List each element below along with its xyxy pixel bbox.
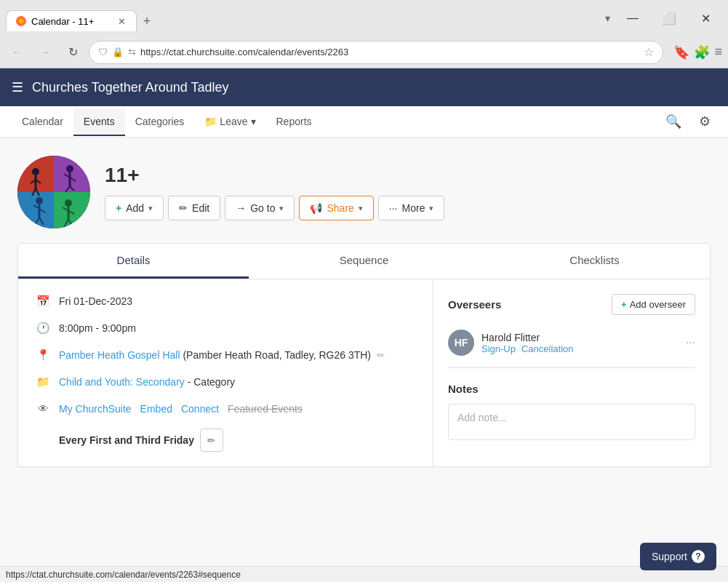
location-address: (Pamber Heath Road, Tadley, RG26 3TH) [183, 349, 371, 361]
ellipsis-icon: ··· [389, 202, 398, 214]
nav-item-leave[interactable]: 📁 Leave ▾ [194, 108, 265, 135]
details-left: 📅 Fri 01-Dec-2023 🕐 8:00pm - 9:00pm 📍 Pa… [18, 279, 433, 466]
tab-title: Calendar - 11+ [31, 16, 94, 27]
event-header: 11+ + Add ▾ ✏ Edit → Go to [17, 156, 711, 228]
window-controls: — ⬜ ✕ [616, 7, 722, 30]
more-button[interactable]: ··· More ▾ [378, 196, 445, 220]
recurrence-edit-button[interactable]: ✏ [200, 428, 223, 452]
event-title-area: 11+ + Add ▾ ✏ Edit → Go to [105, 164, 444, 220]
add-overseer-label: Add overseer [630, 299, 686, 310]
notes-title: Notes [448, 383, 479, 395]
menu-icon[interactable]: ≡ [714, 44, 722, 60]
nav-item-events[interactable]: Events [73, 108, 125, 136]
plus-overseer-icon: + [621, 299, 627, 310]
extensions-icon[interactable]: 🧩 [694, 44, 710, 60]
overseer-avatar: HF [448, 330, 474, 356]
restore-button[interactable]: ⬜ [652, 7, 686, 30]
tab-close-button[interactable]: ✕ [116, 15, 127, 27]
overseer-menu-icon[interactable]: ··· [686, 336, 695, 349]
tab-favicon [15, 15, 27, 27]
share-dropdown-arrow: ▾ [359, 204, 363, 213]
goto-dropdown-arrow: ▾ [279, 204, 284, 213]
notes-input[interactable]: Add note... [448, 404, 695, 440]
secondary-navigation: Calendar Events Categories 📁 Leave ▾ Rep… [0, 106, 728, 138]
content-tabs: Details Sequence Checklists [17, 243, 711, 279]
overseers-header: Overseers + Add overseer [448, 294, 695, 315]
category-link[interactable]: Child and Youth: Secondary [59, 376, 185, 388]
overseer-signup-link[interactable]: Sign-Up [481, 343, 516, 354]
overseer-info: Harold Flitter Sign-Up Cancellation [481, 332, 679, 354]
svg-point-2 [20, 20, 23, 23]
overseer-action-links: Sign-Up Cancellation [481, 343, 679, 354]
recurrence-row: Every First and Third Friday ✏ [36, 428, 415, 452]
add-button[interactable]: + Add ▾ [105, 196, 164, 220]
top-navigation: ☰ Churches Together Around Tadley [0, 68, 728, 106]
notes-header: Notes [448, 383, 695, 395]
new-tab-button[interactable]: + [137, 11, 157, 31]
back-button[interactable]: ← [6, 41, 29, 64]
hamburger-menu-icon[interactable]: ☰ [12, 79, 23, 95]
bookmark-toolbar-icon[interactable]: 🔖 [673, 44, 689, 60]
tab-details[interactable]: Details [18, 244, 249, 279]
arrow-right-icon: → [236, 202, 246, 214]
reload-button[interactable]: ↻ [61, 41, 84, 64]
nav-item-reports[interactable]: Reports [266, 108, 322, 135]
location-row: 📍 Pamber Heath Gospel Hall (Pamber Heath… [36, 348, 415, 363]
location-link[interactable]: Pamber Heath Gospel Hall [59, 349, 180, 361]
support-label: Support [652, 551, 687, 562]
tab-sequence[interactable]: Sequence [249, 244, 479, 279]
status-bar: https://ctat.churchsuite.com/calendar/ev… [0, 566, 728, 582]
event-logo [17, 156, 90, 228]
details-section: 📅 Fri 01-Dec-2023 🕐 8:00pm - 9:00pm 📍 Pa… [17, 279, 711, 467]
svg-rect-4 [54, 156, 90, 192]
connection-icon: ⇆ [128, 47, 136, 57]
overseer-name: Harold Flitter [481, 332, 679, 343]
details-right: Overseers + Add overseer HF Harold Flitt… [433, 279, 710, 466]
tab-bar: Calendar - 11+ ✕ + [6, 5, 157, 31]
search-button[interactable]: 🔍 [660, 111, 687, 132]
overseer-cancellation-link[interactable]: Cancellation [521, 343, 574, 354]
date-row: 📅 Fri 01-Dec-2023 [36, 294, 415, 309]
address-bar-row: ← → ↻ 🛡 🔒 ⇆ https://ctat.churchsuite.com… [0, 36, 728, 68]
address-bar[interactable]: 🛡 🔒 ⇆ https://ctat.churchsuite.com/calen… [89, 41, 663, 64]
close-button[interactable]: ✕ [689, 7, 722, 30]
bookmark-icon[interactable]: ☆ [644, 45, 654, 59]
nav-item-categories[interactable]: Categories [125, 108, 195, 135]
org-name: Churches Together Around Tadley [32, 80, 229, 95]
event-time: 8:00pm - 9:00pm [59, 321, 415, 336]
edit-button[interactable]: ✏ Edit [168, 196, 220, 220]
main-area: 11+ + Add ▾ ✏ Edit → Go to [0, 138, 728, 566]
add-overseer-button[interactable]: + Add overseer [612, 294, 695, 315]
connect-link[interactable]: Connect [181, 402, 219, 417]
visibility-links: My ChurchSuite Embed Connect Featured Ev… [59, 402, 415, 417]
folder-category-icon: 📁 [36, 375, 50, 388]
folder-icon: 📁 [204, 116, 217, 127]
clock-icon: 🕐 [36, 322, 50, 335]
nav-item-calendar[interactable]: Calendar [12, 108, 73, 135]
time-row: 🕐 8:00pm - 9:00pm [36, 321, 415, 336]
browser-titlebar: Calendar - 11+ ✕ + ▾ — ⬜ ✕ [0, 0, 728, 36]
embed-link[interactable]: Embed [140, 402, 172, 417]
lock-icon: 🔒 [112, 47, 124, 57]
add-dropdown-arrow: ▾ [148, 204, 153, 213]
minimize-button[interactable]: — [616, 7, 649, 30]
divider [448, 367, 695, 368]
forward-button[interactable]: → [33, 41, 57, 64]
mychurchsuite-link[interactable]: My ChurchSuite [59, 402, 132, 417]
settings-button[interactable]: ⚙ [693, 111, 716, 132]
support-button[interactable]: Support ? [640, 543, 716, 570]
calendar-icon: 📅 [36, 295, 50, 308]
share-button[interactable]: 📢 Share ▾ [299, 196, 373, 220]
action-buttons: + Add ▾ ✏ Edit → Go to ▾ [105, 196, 444, 220]
goto-button[interactable]: → Go to ▾ [225, 196, 295, 220]
pencil-icon: ✏ [179, 202, 188, 214]
chevron-down-icon[interactable]: ▾ [605, 12, 610, 24]
eye-icon: 👁 [36, 402, 50, 415]
url-display: https://ctat.churchsuite.com/calendar/ev… [140, 47, 639, 57]
tab-checklists[interactable]: Checklists [479, 244, 710, 279]
notes-placeholder: Add note... [457, 412, 507, 423]
location-edit-icon[interactable]: ✏ [377, 350, 385, 361]
active-tab[interactable]: Calendar - 11+ ✕ [6, 10, 137, 31]
location-pin-icon: 📍 [36, 348, 50, 362]
svg-point-13 [66, 165, 73, 172]
